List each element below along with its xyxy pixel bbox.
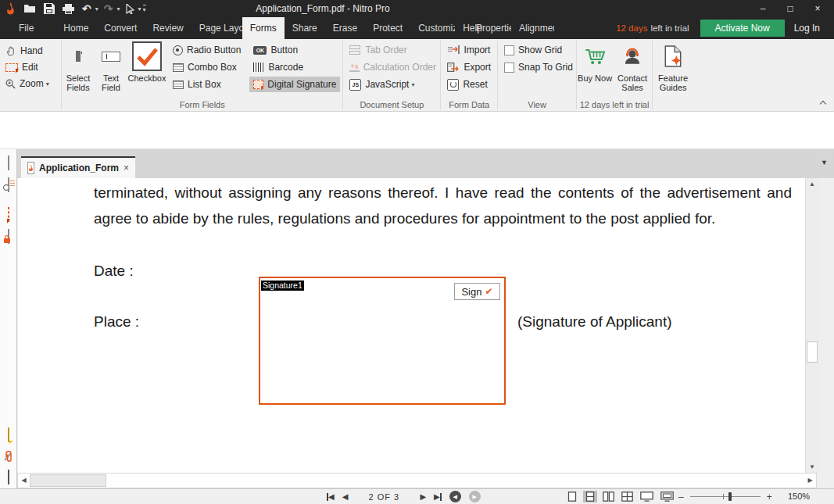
reset-item[interactable]: Reset — [443, 77, 495, 92]
show-grid-item[interactable]: Show Grid — [500, 42, 577, 58]
show-grid-checkbox[interactable] — [504, 45, 514, 55]
minimize-button[interactable]: – — [753, 3, 773, 14]
paragraph-line: agree to abide by the rules, regulations… — [94, 210, 792, 227]
tab-alignment[interactable]: Alignment — [511, 17, 554, 39]
radio-button-label: Radio Button — [187, 45, 241, 55]
fit-screen-icon[interactable] — [639, 491, 655, 502]
zoom-in-button[interactable]: + — [767, 491, 772, 502]
select-tool-dropdown-caret[interactable]: ▾ — [138, 5, 141, 13]
save-icon[interactable] — [41, 1, 57, 16]
sidebar-item-form-fields[interactable] — [8, 208, 9, 222]
redo-dropdown-caret[interactable]: ▾ — [116, 5, 120, 13]
export-item[interactable]: Export — [443, 59, 495, 75]
vertical-scrollbar-thumb[interactable] — [807, 341, 818, 363]
log-in-button[interactable]: Log In — [794, 17, 820, 39]
single-page-view-icon[interactable] — [565, 491, 579, 502]
sidebar-item-pages[interactable] — [8, 156, 9, 170]
previous-page-button[interactable]: ◀ — [342, 489, 349, 504]
sidebar-item-search[interactable] — [8, 178, 9, 192]
edit-tool[interactable]: Edit — [5, 61, 61, 73]
pdf-file-icon — [27, 162, 34, 174]
zoom-slider[interactable] — [690, 496, 761, 497]
contact-sales-label: Contact Sales — [613, 73, 652, 92]
full-screen-icon[interactable] — [659, 491, 675, 502]
digital-signature-item[interactable]: Digital Signature — [249, 77, 340, 92]
select-tool-icon[interactable] — [123, 1, 137, 16]
tab-customize[interactable]: Customize — [410, 17, 455, 39]
sidebar-item-comments[interactable] — [8, 428, 9, 442]
list-box-item[interactable]: List Box — [169, 77, 245, 92]
collapse-ribbon-button[interactable] — [820, 100, 826, 106]
tab-review[interactable]: Review — [145, 17, 191, 39]
scroll-up-icon[interactable]: ▲ — [806, 178, 818, 190]
snap-to-grid-item[interactable]: Snap To Grid — [500, 59, 577, 75]
last-page-button[interactable]: ▶ — [434, 489, 442, 504]
grid-view-icon[interactable] — [620, 491, 635, 502]
close-button[interactable]: × — [807, 3, 828, 14]
buy-now-button[interactable]: Buy Now — [577, 39, 613, 83]
horizontal-scrollbar[interactable]: ◀ ▶ — [17, 473, 817, 488]
undo-dropdown-caret[interactable]: ▾ — [95, 5, 98, 13]
customize-toolbar-icon[interactable]: ▾ — [143, 5, 146, 13]
continuous-view-icon[interactable] — [583, 491, 597, 502]
hand-tool[interactable]: Hand — [5, 45, 61, 57]
tab-properties[interactable]: Properties — [468, 17, 511, 39]
sign-button[interactable]: Sign ✔ — [454, 283, 500, 300]
snap-to-grid-checkbox[interactable] — [504, 63, 514, 73]
first-page-button[interactable]: ◀ — [327, 489, 335, 504]
sidebar-item-signatures[interactable] — [8, 230, 9, 244]
tab-list-dropdown-icon[interactable]: ▼ — [821, 159, 828, 166]
close-tab-icon[interactable]: × — [123, 163, 129, 173]
print-icon[interactable] — [60, 1, 77, 16]
button-field-item[interactable]: OK Button — [249, 42, 340, 58]
document-tab[interactable]: Application_Form × — [21, 156, 135, 178]
checkbox-button[interactable]: Checkbox — [127, 39, 166, 83]
text-field-button[interactable]: Text Field — [95, 39, 127, 92]
select-fields-button[interactable]: Select Fields — [62, 39, 95, 92]
edit-tool-label: Edit — [22, 62, 38, 73]
javascript-item[interactable]: JS JavaScript ▾ — [345, 77, 438, 92]
tab-forms[interactable]: Forms — [242, 17, 285, 39]
tab-share[interactable]: Share — [285, 17, 325, 39]
tab-file[interactable]: File — [11, 17, 41, 39]
tab-erase[interactable]: Erase — [325, 17, 365, 39]
zoom-tool[interactable]: Zoom ▾ — [5, 77, 61, 90]
barcode-item[interactable]: Barcode — [249, 59, 340, 75]
horizontal-scrollbar-thumb[interactable] — [30, 474, 106, 487]
contact-sales-button[interactable]: Contact Sales — [613, 39, 652, 92]
javascript-dropdown-caret[interactable]: ▾ — [411, 81, 414, 88]
purchase-group: Buy Now Contact Sales 12 days left in tr… — [577, 39, 652, 111]
sidebar-item-output[interactable] — [8, 470, 9, 484]
feature-guides-button[interactable]: Feature Guides — [653, 39, 693, 92]
facing-pages-view-icon[interactable] — [601, 491, 616, 502]
digital-signature-label: Digital Signature — [267, 79, 336, 90]
tab-convert[interactable]: Convert — [96, 17, 145, 39]
combo-box-item[interactable]: Combo Box — [169, 59, 245, 75]
zoom-dropdown-caret[interactable]: ▾ — [46, 80, 49, 88]
window-title: Application_Form.pdf - Nitro Pro — [256, 0, 389, 17]
scroll-left-icon[interactable]: ◀ — [18, 474, 30, 488]
tab-home[interactable]: Home — [55, 17, 96, 39]
radio-button-item[interactable]: Radio Button — [169, 42, 245, 58]
scroll-right-icon[interactable]: ▶ — [804, 474, 816, 488]
next-view-button[interactable]: ▶ — [469, 491, 481, 502]
text-field-icon — [102, 41, 120, 71]
activate-now-button[interactable]: Activate Now — [700, 20, 785, 37]
open-file-icon[interactable] — [21, 1, 38, 16]
redo-button[interactable]: ↷ — [102, 1, 116, 16]
undo-button[interactable]: ↶ — [80, 1, 94, 16]
digital-signature-field[interactable]: Signature1 Sign ✔ — [259, 277, 506, 405]
view-group-label: View — [498, 99, 576, 111]
maximize-button[interactable]: □ — [780, 3, 800, 14]
tab-page-layout[interactable]: Page Layout — [191, 17, 242, 39]
vertical-scrollbar[interactable]: ▲ ▼ — [805, 178, 818, 473]
scroll-down-icon[interactable]: ▼ — [806, 461, 818, 473]
sidebar-item-attachments[interactable] — [3, 450, 14, 463]
tab-protect[interactable]: Protect — [365, 17, 410, 39]
next-page-button[interactable]: ▶ — [420, 489, 426, 504]
zoom-slider-thumb[interactable] — [728, 492, 732, 501]
zoom-out-button[interactable]: – — [678, 491, 684, 502]
zoom-level[interactable]: 150% — [788, 489, 810, 504]
import-item[interactable]: Import — [443, 42, 495, 58]
previous-view-button[interactable]: ◀ — [449, 491, 461, 502]
